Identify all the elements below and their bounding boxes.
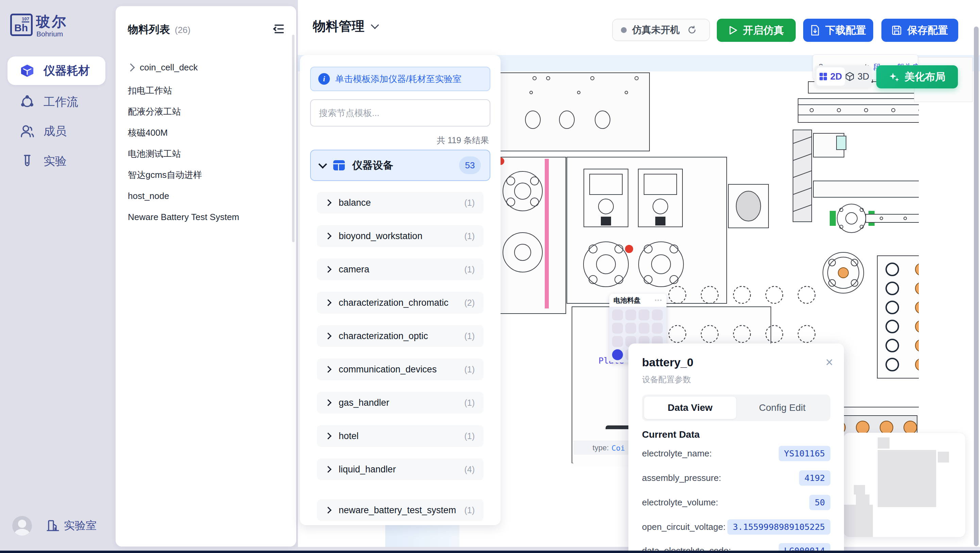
- template-item-characterization-chromatic[interactable]: characterization_chromatic (2): [317, 292, 484, 314]
- save-config-label: 保存配置: [907, 24, 948, 37]
- template-item-count: (1): [464, 505, 475, 515]
- material-item-expandable[interactable]: coin_cell_deck: [128, 59, 286, 75]
- beautify-layout-button[interactable]: 美化布局: [876, 65, 958, 88]
- chevron-right-icon: [325, 466, 331, 473]
- material-item[interactable]: 核磁400M: [128, 124, 286, 141]
- template-item-hotel[interactable]: hotel (1): [317, 425, 484, 447]
- data-row-label: electrolyte_volume:: [642, 497, 718, 508]
- template-item-neware-battery-test-system[interactable]: neware_battery_test_system (1): [317, 499, 484, 521]
- template-item-count: (1): [464, 231, 475, 241]
- toggle-2d-button[interactable]: 2D: [816, 67, 845, 86]
- template-item-characterization-optic[interactable]: characterization_optic (1): [317, 325, 484, 347]
- sidebar-item-workflow[interactable]: 工作流: [8, 88, 105, 116]
- minimap[interactable]: [843, 433, 966, 537]
- popup-tabs: Data View Config Edit: [642, 395, 830, 421]
- page-scrollbar[interactable]: [974, 27, 978, 546]
- battery-slot-selected[interactable]: [612, 349, 623, 360]
- logo-number: 107: [22, 16, 29, 22]
- battery-slot[interactable]: [612, 309, 623, 320]
- data-row-open-circuit-voltage: open_circuit_voltage: 3.1559998989105225: [642, 519, 830, 535]
- simulation-status-pill[interactable]: 仿真未开机: [612, 19, 710, 41]
- data-row-electrolyte-name: electrolyte_name: YS101165: [642, 446, 830, 461]
- material-item[interactable]: 智达gcms自动进样: [128, 167, 286, 183]
- tab-data-view[interactable]: Data View: [644, 397, 736, 419]
- material-item-label: 核磁400M: [128, 127, 168, 139]
- app-root: 107 Bh 玻尔 Bohrium 仪器耗材 工作流: [0, 0, 980, 553]
- result-count: 共 119 条结果: [437, 135, 489, 146]
- template-item-label: characterization_chromatic: [339, 298, 456, 308]
- template-item-liquid-handler[interactable]: liquid_handler (4): [317, 459, 484, 480]
- template-item-count: (1): [464, 398, 475, 408]
- collapse-list-icon[interactable]: [272, 23, 284, 35]
- template-group-instruments[interactable]: 仪器设备 53: [310, 150, 490, 181]
- battery-slot[interactable]: [639, 323, 649, 334]
- template-item-bioyond-workstation[interactable]: bioyond_workstation (1): [317, 225, 484, 247]
- chevron-right-icon: [325, 233, 331, 239]
- sidebar-item-instruments[interactable]: 仪器耗材: [8, 56, 105, 85]
- materials-scrollbar[interactable]: [292, 35, 294, 242]
- material-item[interactable]: 扣电工作站: [128, 82, 286, 99]
- chevron-down-icon: [318, 160, 327, 168]
- template-item-balance[interactable]: balance (1): [317, 192, 484, 214]
- bottom-edge-bar: [0, 551, 980, 553]
- sidebar-item-members[interactable]: 成员: [8, 117, 105, 145]
- more-menu-icon[interactable]: •••: [655, 297, 662, 303]
- info-icon: i: [318, 73, 330, 85]
- status-dot-icon: [621, 27, 627, 33]
- material-item-label: 配液分液工站: [128, 106, 181, 118]
- lab-entry[interactable]: 实验室: [46, 518, 97, 533]
- popup-section-title: Current Data: [642, 429, 700, 440]
- toggle-3d-button[interactable]: 3D: [845, 72, 870, 82]
- template-item-count: (4): [464, 465, 475, 475]
- template-group-badge: 53: [459, 156, 481, 174]
- battery-tray-title: 电池料盘: [613, 296, 641, 305]
- cube-icon: [20, 63, 35, 78]
- material-item[interactable]: Neware Battery Test System: [128, 209, 286, 225]
- template-search-input[interactable]: [310, 99, 490, 126]
- close-icon[interactable]: ×: [826, 356, 833, 369]
- data-row-label: assembly_pressure:: [642, 473, 721, 483]
- battery-slot[interactable]: [652, 309, 663, 320]
- download-config-label: 下载配置: [825, 24, 866, 37]
- template-item-count: (1): [464, 331, 475, 341]
- battery-slot[interactable]: [625, 309, 636, 320]
- chevron-right-icon: [325, 266, 331, 273]
- save-config-button[interactable]: 保存配置: [881, 19, 958, 42]
- sidebar: 107 Bh 玻尔 Bohrium 仪器耗材 工作流: [0, 0, 113, 553]
- download-file-icon: [810, 25, 820, 36]
- start-simulation-button[interactable]: 开启仿真: [717, 19, 796, 42]
- template-item-camera[interactable]: camera (1): [317, 258, 484, 280]
- toggle-2d-label: 2D: [830, 72, 842, 82]
- material-item-label: 电池测试工站: [128, 148, 181, 160]
- grid-2d-icon: [819, 73, 827, 80]
- download-config-button[interactable]: 下载配置: [803, 19, 873, 42]
- material-item-label: coin_cell_deck: [140, 62, 198, 73]
- template-item-communication-devices[interactable]: communication_devices (1): [317, 359, 484, 380]
- template-panel: i 单击模板添加仪器/耗材至实验室 共 119 条结果 仪器设备 53 bala…: [300, 55, 501, 525]
- battery-slot[interactable]: [652, 323, 663, 334]
- canvas-blue-zone: [385, 525, 460, 547]
- battery-slot[interactable]: [625, 323, 636, 334]
- refresh-icon[interactable]: [687, 25, 697, 35]
- template-item-gas-handler[interactable]: gas_handler (1): [317, 392, 484, 414]
- material-item[interactable]: 配液分液工站: [128, 104, 286, 120]
- sidebar-item-experiments[interactable]: 实验: [8, 147, 105, 175]
- data-row-value: 50: [809, 495, 830, 510]
- chevron-right-icon: [325, 399, 331, 406]
- materials-title: 物料列表: [128, 22, 170, 37]
- material-item[interactable]: 电池测试工站: [128, 145, 286, 162]
- data-row-label: open_circuit_voltage:: [642, 522, 725, 532]
- page-title[interactable]: 物料管理: [313, 18, 378, 35]
- avatar[interactable]: [12, 516, 32, 535]
- data-row-value: 4192: [799, 470, 830, 486]
- battery-slot[interactable]: [639, 309, 649, 320]
- materials-panel: 物料列表 (26) coin_cell_deck 扣电工作站 配液分液工站 核磁…: [116, 6, 296, 547]
- battery-slot[interactable]: [612, 323, 623, 334]
- template-group-label: 仪器设备: [352, 158, 452, 172]
- brand-name-zh: 玻尔: [36, 12, 67, 31]
- battery-slot[interactable]: [612, 336, 623, 347]
- material-item[interactable]: host_node: [128, 188, 286, 204]
- logo-symbol: Bh: [14, 22, 28, 33]
- tab-config-edit[interactable]: Config Edit: [736, 397, 828, 419]
- data-row-assembly-pressure: assembly_pressure: 4192: [642, 470, 830, 486]
